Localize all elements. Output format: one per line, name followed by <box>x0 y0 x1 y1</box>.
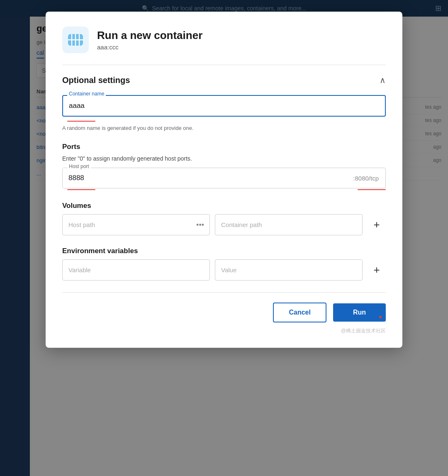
env-vars-title: Environment variables <box>62 247 386 255</box>
optional-settings-toggle[interactable]: Optional settings ∧ <box>62 75 386 85</box>
run-indicator-dot <box>379 316 382 318</box>
container-name-hint: A random name is generated if you do not… <box>62 125 386 131</box>
watermark: @稀土掘金技术社区 <box>62 327 386 334</box>
host-port-label: Host port <box>67 164 91 169</box>
modal-header: Run a new container aaa:ccc <box>62 27 386 53</box>
container-icon-wrap <box>62 27 89 53</box>
variable-input[interactable] <box>62 259 210 281</box>
env-vars-section: Environment variables + <box>62 247 386 281</box>
port-underline-left <box>67 189 95 190</box>
header-divider <box>62 65 386 65</box>
collapse-icon[interactable]: ∧ <box>380 75 386 85</box>
container-port-suffix: :8080/tcp <box>346 169 385 188</box>
port-input-row: :8080/tcp <box>62 168 386 188</box>
modal-header-text: Run a new container aaa:ccc <box>97 29 202 51</box>
container-path-input[interactable] <box>215 214 363 235</box>
ports-section: Ports Enter "0" to assign randomly gener… <box>62 143 386 190</box>
host-path-input[interactable] <box>62 214 210 235</box>
add-env-button[interactable]: + <box>368 261 386 279</box>
footer-actions: Cancel Run <box>62 303 386 322</box>
env-vars-row: + <box>62 259 386 281</box>
volumes-section: Volumes ••• + <box>62 202 386 235</box>
modal-overlay: Run a new container aaa:ccc Optional set… <box>0 0 448 476</box>
container-icon <box>66 31 85 49</box>
ports-title: Ports <box>62 143 386 151</box>
run-button[interactable]: Run <box>333 303 386 322</box>
modal-subtitle: aaa:ccc <box>97 44 202 51</box>
host-port-input[interactable] <box>63 168 346 188</box>
modal-dialog: Run a new container aaa:ccc Optional set… <box>46 12 402 348</box>
run-label: Run <box>353 309 366 316</box>
port-underlines <box>62 188 386 190</box>
optional-settings-title: Optional settings <box>62 76 130 85</box>
container-path-wrap <box>215 214 363 235</box>
modal-title: Run a new container <box>97 29 202 42</box>
port-underline-right <box>358 189 386 190</box>
host-path-wrap: ••• <box>62 214 210 235</box>
value-input[interactable] <box>215 259 363 281</box>
browse-dots-icon[interactable]: ••• <box>196 220 204 229</box>
container-name-underline <box>67 121 95 122</box>
add-volume-button[interactable]: + <box>368 216 386 234</box>
cancel-button[interactable]: Cancel <box>273 303 326 322</box>
container-name-label: Container name <box>67 91 106 97</box>
container-name-input[interactable] <box>62 95 386 117</box>
volumes-title: Volumes <box>62 202 386 210</box>
port-field-group: Host port :8080/tcp <box>62 168 386 190</box>
container-name-field: Container name <box>62 95 386 117</box>
ports-hint: Enter "0" to assign randomly generated h… <box>62 155 386 162</box>
volumes-row: ••• + <box>62 214 386 235</box>
footer-divider <box>62 292 386 293</box>
